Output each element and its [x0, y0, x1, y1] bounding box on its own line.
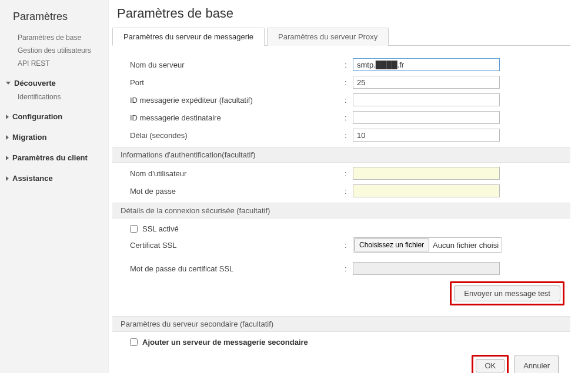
page-title: Paramètres de base: [117, 6, 570, 21]
tab-mail-server[interactable]: Paramètres du serveur de messagerie: [112, 28, 265, 46]
username-input[interactable]: [353, 167, 500, 180]
ssl-enabled-label: SSL activé: [142, 224, 179, 233]
username-label: Nom d'utilisateur: [130, 169, 345, 178]
sender-id-label: ID messagerie expéditeur (facultatif): [130, 96, 345, 105]
server-name-label: Nom du serveur: [130, 61, 345, 69]
ssl-enabled-checkbox[interactable]: [130, 225, 138, 233]
tabs: Paramètres du serveur de messagerie Para…: [112, 27, 570, 46]
recipient-id-label: ID messagerie destinataire: [130, 113, 345, 122]
file-chosen-status: Aucun fichier choisi: [433, 241, 499, 250]
sidebar-item-user-management[interactable]: Gestion des utilisateurs: [5, 44, 105, 57]
tab-proxy-server[interactable]: Paramètres du serveur Proxy: [267, 28, 389, 46]
server-name-input[interactable]: [353, 58, 500, 71]
highlight-test-button: Envoyer un message test: [450, 281, 564, 305]
sidebar-group-assistance[interactable]: Assistance: [5, 171, 105, 186]
delay-label: Délai (secondes): [130, 131, 345, 140]
secondary-server-label: Ajouter un serveur de messagerie seconda…: [142, 338, 308, 347]
auth-section-header: Informations d'authentification(facultat…: [112, 147, 570, 163]
sidebar-group-configuration[interactable]: Configuration: [5, 109, 105, 124]
send-test-button[interactable]: Envoyer un message test: [454, 285, 560, 301]
ssl-cert-password-label: Mot de passe du certificat SSL: [130, 264, 345, 273]
sidebar-title: Paramètres: [5, 11, 105, 31]
password-label: Mot de passe: [130, 187, 345, 196]
sidebar-item-api-rest[interactable]: API REST: [5, 57, 105, 70]
port-input[interactable]: [353, 76, 500, 89]
ssl-cert-label: Certificat SSL: [130, 241, 345, 250]
sidebar-item-identifications[interactable]: Identifications: [5, 90, 105, 103]
tls-section-header: Détails de la connexion sécurisée (facul…: [112, 203, 570, 219]
sidebar-group-discovery[interactable]: Découverte: [5, 76, 105, 90]
ssl-cert-password-input[interactable]: [353, 262, 500, 275]
cancel-button[interactable]: Annuler: [514, 355, 559, 373]
choose-file-button[interactable]: Choisissez un fichier: [354, 238, 429, 251]
highlight-ok-button: OK: [472, 355, 509, 373]
port-label: Port: [130, 78, 345, 87]
sender-id-input[interactable]: [353, 93, 500, 106]
delay-input[interactable]: [353, 129, 500, 142]
password-input[interactable]: [353, 184, 500, 197]
recipient-id-input[interactable]: [353, 111, 500, 124]
secondary-server-checkbox[interactable]: [130, 338, 138, 346]
main-content: Paramètres de base Paramètres du serveur…: [109, 0, 588, 373]
sidebar-group-client-settings[interactable]: Paramètres du client: [5, 150, 105, 165]
ok-button[interactable]: OK: [476, 359, 505, 372]
sidebar-item-basic-settings[interactable]: Paramètres de base: [5, 31, 105, 44]
settings-sidebar: Paramètres Paramètres de base Gestion de…: [0, 0, 109, 373]
secondary-section-header: Paramètres du serveur secondaire (facult…: [112, 316, 570, 332]
sidebar-group-migration[interactable]: Migration: [5, 130, 105, 145]
